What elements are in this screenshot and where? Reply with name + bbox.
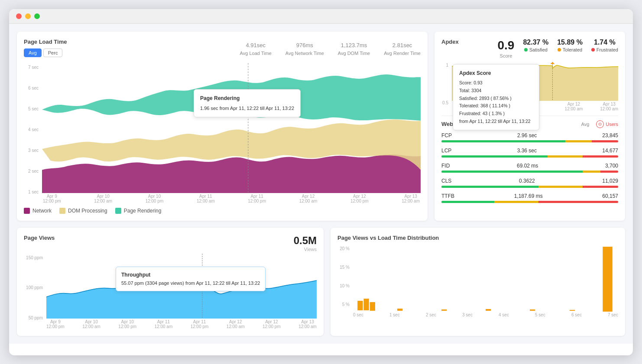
vital-fcp: FCP 2.96 sec 23,845	[441, 132, 618, 142]
lcp-yellow	[548, 155, 583, 158]
page-load-y-axis: 7 sec 6 sec 5 sec 4 sec 3 sec 2 sec 1 se…	[24, 63, 40, 203]
fid-yellow	[583, 171, 600, 173]
legend-network: Network	[24, 208, 52, 214]
minimize-dot	[25, 13, 31, 19]
dist-y-axis: 20 % 15 % 10 % 5 %	[337, 245, 351, 317]
page-load-title: Page Load Time	[24, 39, 67, 45]
page-rendering-tooltip: Page Rendering 1.96 sec from Apr 11, 12:…	[194, 89, 301, 117]
dom-legend-color	[59, 208, 65, 214]
y-label-1: 1 sec	[24, 190, 39, 194]
apdex-score-metric: 0.9 Score	[497, 39, 514, 58]
fid-green	[441, 171, 583, 173]
users-icon: ⊙	[596, 120, 604, 128]
x-label-6: Apr 1212:00 pm	[350, 194, 369, 203]
svg-rect-15	[603, 247, 612, 312]
users-control: ⊙ Users	[596, 120, 618, 128]
svg-rect-13	[530, 309, 535, 311]
cls-yellow	[538, 186, 583, 188]
main-content: Page Load Time Avg Perc 4.91sec Avg Load…	[9, 24, 633, 344]
page-load-chart: Page Rendering 1.96 sec from Apr 11, 12:…	[42, 63, 421, 193]
cls-bar	[441, 186, 618, 188]
top-row: Page Load Time Avg Perc 4.91sec Avg Load…	[17, 32, 625, 221]
avg-network-time: 976ms Avg Network Time	[285, 39, 324, 56]
throughput-tooltip: Throughput 55.07 ppm (3304 page views) f…	[116, 267, 266, 291]
avg-render-time: 2.81sec Avg Render Time	[384, 39, 421, 56]
lcp-green	[441, 155, 548, 158]
legend-dom: DOM Processing	[59, 208, 107, 214]
y-label-7: 7 sec	[24, 65, 39, 70]
fcp-green	[441, 140, 565, 142]
legend-rendering: Page Rendering	[115, 208, 162, 214]
avg-load-time: 4.91sec Avg Load Time	[240, 39, 272, 56]
vital-ttfb: TTFB 1,187.69 ms 60,157	[441, 193, 618, 203]
lcp-red	[583, 155, 618, 158]
views-total: 0.5M Views	[294, 235, 317, 252]
page-views-card: Page Views 0.5M Views 150 ppm 100 ppm 50…	[17, 228, 324, 336]
page-load-x-axis: Apr 912:00 pm Apr 1012:00 am Apr 1012:00…	[42, 194, 421, 203]
page-load-svg	[42, 63, 421, 193]
rendering-legend-color	[115, 208, 121, 214]
cls-green	[441, 186, 538, 188]
fid-red	[600, 171, 618, 173]
frustrated-dot	[591, 48, 595, 52]
y-label-2: 2 sec	[24, 169, 39, 174]
lcp-bar	[441, 155, 618, 158]
x-label-5: Apr 1212:00 am	[299, 194, 318, 203]
frustrated-metric: 1.74 % Frustrated	[591, 39, 618, 52]
y-label-4: 4 sec	[24, 127, 39, 132]
y-label-5: 5 sec	[24, 106, 39, 111]
y-label-3: 3 sec	[24, 148, 39, 153]
perc-button[interactable]: Perc	[43, 48, 63, 57]
browser-window: Page Load Time Avg Perc 4.91sec Avg Load…	[9, 9, 633, 355]
network-legend-color	[24, 208, 30, 214]
x-label-7: Apr 1312:00 am	[402, 194, 420, 203]
apdex-title: Apdex	[441, 39, 459, 45]
svg-rect-7	[357, 301, 363, 310]
page-load-legend: Network DOM Processing Page Rendering	[24, 208, 421, 214]
page-views-header: Page Views 0.5M Views	[24, 235, 317, 252]
fcp-yellow	[565, 140, 592, 142]
vital-cls: CLS 0.3622 11,029	[441, 178, 618, 188]
apdex-tooltip: Apdex Score Score: 0.93 Total: 3304 Sati…	[453, 64, 539, 130]
tolerated-metric: 15.89 % Tolerated	[557, 39, 583, 52]
page-views-x-axis: Apr 912:00 pm Apr 1012:00 am Apr 1012:00…	[46, 319, 317, 329]
svg-rect-9	[370, 302, 375, 311]
dist-x-axis: 0 sec 1 sec 2 sec 3 sec 4 sec 5 sec 6 se…	[353, 312, 618, 317]
x-label-4: Apr 1112:00 pm	[248, 194, 266, 203]
fcp-bar	[441, 140, 618, 142]
page-views-y-axis: 150 ppm 100 ppm 50 ppm	[24, 254, 45, 329]
svg-rect-10	[397, 309, 402, 311]
x-label-0: Apr 912:00 pm	[43, 194, 61, 203]
ttfb-bar	[441, 201, 618, 203]
page-views-chart: Throughput 55.07 ppm (3304 page views) f…	[46, 254, 317, 319]
page-load-card: Page Load Time Avg Perc 4.91sec Avg Load…	[17, 32, 428, 221]
avg-button[interactable]: Avg	[24, 48, 42, 57]
svg-rect-11	[441, 309, 447, 311]
vital-fid: FID 69.02 ms 3,700	[441, 163, 618, 173]
fid-bar	[441, 171, 618, 173]
page-load-btn-group: Avg Perc	[24, 48, 67, 57]
fcp-red	[592, 140, 618, 142]
dist-svg	[353, 245, 618, 312]
satisfied-metric: 82.37 % Satisfied	[523, 39, 548, 52]
y-label-6: 6 sec	[24, 86, 39, 90]
ttfb-green	[441, 201, 494, 203]
distribution-title: Page Views vs Load Time Distribution	[337, 235, 618, 241]
maximize-dot	[34, 13, 40, 19]
ttfb-yellow	[494, 201, 538, 203]
svg-rect-8	[363, 299, 369, 310]
browser-bar	[9, 9, 633, 24]
apdex-card: Apdex 0.9 Score 82.37 % Satisfied	[434, 32, 625, 221]
tolerated-dot	[558, 48, 561, 52]
dist-chart	[353, 245, 618, 312]
close-dot	[16, 13, 22, 19]
x-label-1: Apr 1012:00 am	[94, 194, 112, 203]
apdex-y-axis: 1 0.5	[441, 62, 450, 111]
ttfb-red	[538, 201, 618, 203]
satisfied-dot	[524, 48, 528, 52]
avg-dom-time: 1,123.7ms Avg DOM Time	[338, 39, 370, 56]
svg-marker-4	[550, 62, 554, 64]
x-label-2: Apr 1012:00 pm	[146, 194, 164, 203]
vital-lcp: LCP 3.36 sec 14,677	[441, 148, 618, 158]
apdex-chart: Apdex Score Score: 0.93 Total: 3304 Sati…	[452, 62, 618, 101]
